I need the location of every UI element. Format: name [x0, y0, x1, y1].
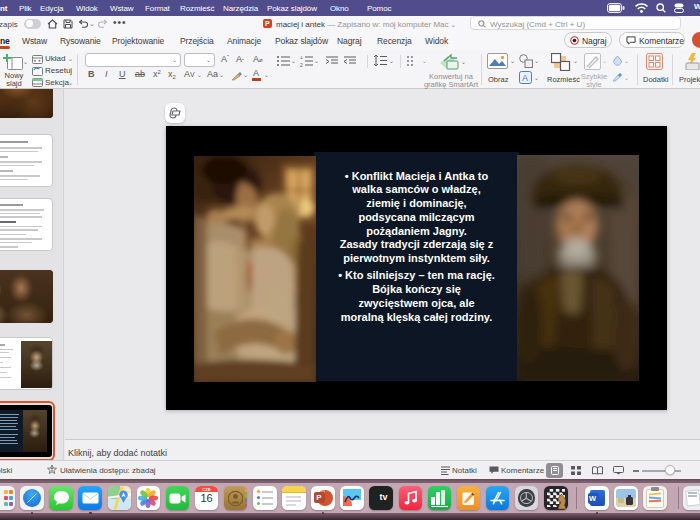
svg-text:A: A: [522, 73, 528, 83]
svg-text:1: 1: [300, 56, 303, 60]
svg-text:2: 2: [300, 62, 303, 67]
